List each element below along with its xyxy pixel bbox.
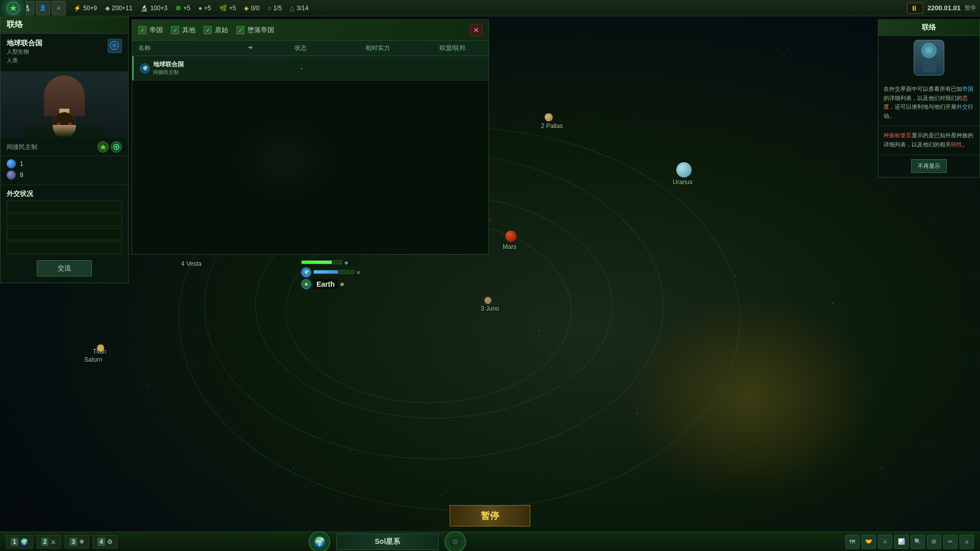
- queue-icon-1: 🌍: [20, 538, 28, 545]
- minerals-value: 200+11: [112, 5, 132, 12]
- unity-value: +5: [204, 5, 211, 12]
- pause-button[interactable]: ⏸: [907, 3, 923, 14]
- pause-icon: ⏸: [911, 4, 918, 12]
- right-info-panel: 联络 在外交界面中可以查看所有已知帝国的详细列表，以及他们对我们的态度，还可以便…: [878, 19, 980, 178]
- filter-fallen[interactable]: ✓ 堕落帝国: [236, 26, 274, 35]
- pallas-label: 2 Pallas: [541, 122, 563, 130]
- col-header-alliance: 联盟/联邦: [416, 44, 488, 53]
- game-logo[interactable]: [0, 0, 27, 16]
- layout-button[interactable]: ⊞: [927, 535, 941, 549]
- stats-button[interactable]: 📊: [894, 535, 909, 549]
- govt-icon-1[interactable]: [97, 141, 109, 153]
- earth-bar-fill-2: [314, 270, 338, 273]
- energy-stat: ⚡ 50+9: [74, 5, 97, 12]
- filter-primitive[interactable]: ✓ 原始: [204, 26, 228, 35]
- system-icon-left[interactable]: 🌍: [309, 531, 330, 552]
- dismiss-button[interactable]: 不再显示: [911, 159, 947, 173]
- minimap-button[interactable]: 🗺: [845, 535, 860, 549]
- queue-icon-3: ❄: [79, 538, 84, 545]
- queue-item-3[interactable]: 3 ❄: [65, 535, 89, 548]
- earth-icon[interactable]: 🌍: [301, 267, 311, 278]
- left-panel-title: 联络: [1, 16, 128, 34]
- vesta-label: 4 Vesta: [181, 260, 202, 267]
- leader-portrait[interactable]: [1, 72, 128, 138]
- alloys-stat: ◈ 0/0: [244, 5, 259, 12]
- government-icons: [97, 141, 122, 153]
- planet-stat-line: 1: [7, 159, 122, 168]
- earth-extra-icon: ❋: [340, 282, 344, 287]
- col-header-status: 状态: [262, 44, 339, 53]
- filter-other-checkbox[interactable]: ✓: [171, 26, 179, 34]
- pause-overlay-text: 暂停: [481, 511, 499, 521]
- nav-pop-icon[interactable]: 👤: [36, 1, 50, 15]
- consumer-value: 1/5: [273, 5, 282, 12]
- food-stat: 🌿 +5: [219, 5, 236, 12]
- alloys-value: 0/0: [251, 5, 259, 12]
- filter-empire-checkbox[interactable]: ✓: [138, 26, 146, 34]
- earth-indicator-icon-right: ❖: [344, 260, 349, 266]
- titan-planet[interactable]: [97, 344, 104, 352]
- queue-item-1[interactable]: 1 🌍: [6, 535, 33, 548]
- system-icon-right[interactable]: [445, 531, 466, 552]
- filter-other[interactable]: ✓ 其他: [171, 26, 195, 35]
- right-panel-title: 联络: [878, 20, 979, 36]
- unity-icon: ●: [199, 5, 202, 12]
- row-status: -: [263, 65, 340, 72]
- close-button[interactable]: ✕: [470, 24, 482, 36]
- galaxy-icon: [448, 535, 462, 549]
- stats-row: 1 8: [1, 156, 128, 185]
- table-row[interactable]: 🌍 地球联合国 间接民主制 -: [132, 56, 488, 81]
- queue-item-4[interactable]: 4 ⚙: [93, 535, 117, 548]
- diplomacy-item-2: [7, 214, 122, 227]
- menu-button[interactable]: ≡: [960, 535, 974, 549]
- empire-icon-svg: [108, 39, 120, 52]
- consumer-stat: ○ 1/5: [267, 5, 282, 12]
- govt-icon-1-svg: [100, 143, 107, 151]
- pause-overlay: 暂停: [450, 505, 530, 527]
- earth-close-icon[interactable]: ✕: [356, 270, 360, 276]
- system-name-box: Sol星系: [336, 534, 438, 550]
- filter-empire[interactable]: ✓ 帝国: [138, 26, 163, 35]
- empire-header: 地球联合国 人型生物 人类: [7, 39, 122, 64]
- juno-label: 3 Juno: [481, 305, 499, 312]
- filter-primitive-checkbox[interactable]: ✓: [204, 26, 212, 34]
- top-bar-right: ⏸ 2200.01.01 暂停: [907, 3, 976, 14]
- combat-button[interactable]: ⚔: [878, 535, 892, 549]
- earth-indicator[interactable]: ❖ 🌍 ✕ ● Earth ❋: [301, 260, 360, 289]
- earth-name-label[interactable]: Earth: [313, 279, 338, 289]
- portrait-gradient: [23, 122, 105, 138]
- empire-info: 地球联合国 人型生物 人类: [1, 34, 128, 72]
- exchange-button[interactable]: 交流: [37, 260, 92, 277]
- uranus-planet[interactable]: [676, 162, 692, 178]
- diplomacy-list: [1, 201, 128, 254]
- queue-item-2[interactable]: 2 ⚔: [37, 535, 61, 548]
- mars-planet[interactable]: [505, 231, 517, 242]
- government-row: 间接民主制: [1, 138, 128, 156]
- filter-header: ✓ 帝国 ✓ 其他 ✓ 原始 ✓ 堕落帝国 ✕: [132, 20, 488, 41]
- bottom-right-icons: 🗺 🤝 ⚔ 📊 🔍 ⊞ ⇔ ≡: [845, 535, 974, 549]
- nav-fleet-icon[interactable]: ⚔: [52, 1, 66, 15]
- diplomacy-section-title: 外交状况: [1, 185, 128, 201]
- queue-icon-4: ⚙: [107, 538, 113, 545]
- empire-icon[interactable]: [108, 39, 122, 53]
- filter-fallen-checkbox[interactable]: ✓: [236, 26, 244, 34]
- row-empire-icon: 🌍: [140, 63, 150, 73]
- juno-planet[interactable]: [484, 297, 492, 304]
- attitude-link: 态度: [884, 95, 968, 110]
- research-icon: 🔬: [140, 5, 148, 12]
- row-empire-name: 地球联合国: [153, 60, 184, 69]
- pop-stat-icon: [7, 170, 16, 180]
- zoom-button[interactable]: 🔍: [911, 535, 925, 549]
- col-header-name: 名称: [132, 44, 238, 53]
- pallas-planet[interactable]: [545, 113, 553, 121]
- filter-other-label: 其他: [182, 26, 195, 35]
- queue-num-2: 2: [41, 538, 49, 546]
- planet-stat-icon: [7, 159, 16, 168]
- govt-icon-2[interactable]: [111, 141, 122, 153]
- col-header-arrow[interactable]: ➜: [238, 44, 262, 53]
- diplomacy-button[interactable]: 🤝: [862, 535, 876, 549]
- svg-point-9: [453, 539, 458, 544]
- fleet-icon: △: [290, 5, 295, 12]
- svg-point-7: [115, 146, 117, 148]
- arrows-button[interactable]: ⇔: [943, 535, 958, 549]
